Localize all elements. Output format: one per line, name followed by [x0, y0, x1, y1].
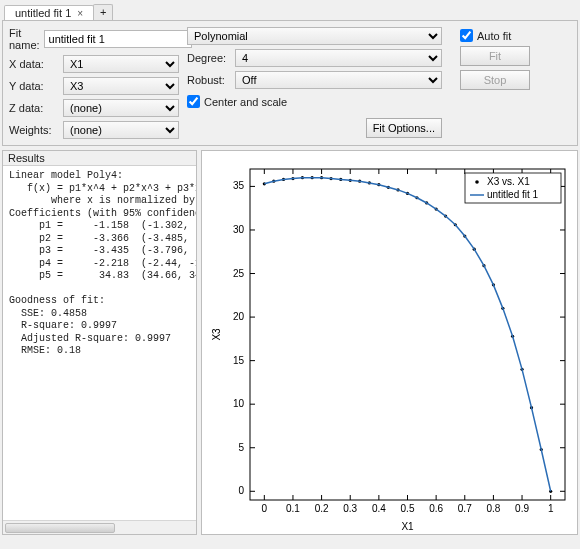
- chart-svg: 00.10.20.30.40.50.60.70.80.9105101520253…: [202, 151, 577, 536]
- center-scale-checkbox[interactable]: [187, 95, 200, 108]
- svg-text:1: 1: [548, 503, 554, 514]
- svg-text:5: 5: [238, 442, 244, 453]
- tab-label: untitled fit 1: [15, 7, 71, 19]
- chart-panel: 00.10.20.30.40.50.60.70.80.9105101520253…: [201, 150, 578, 535]
- weights-select[interactable]: (none): [63, 121, 179, 139]
- svg-text:X3 vs. X1: X3 vs. X1: [487, 176, 530, 187]
- robust-label: Robust:: [187, 74, 231, 86]
- results-panel: Results Linear model Poly4: f(x) = p1*x^…: [2, 150, 197, 535]
- auto-fit-checkbox[interactable]: [460, 29, 473, 42]
- stop-button[interactable]: Stop: [460, 70, 530, 90]
- ydata-select[interactable]: X3: [63, 77, 179, 95]
- svg-text:0: 0: [262, 503, 268, 514]
- center-scale-label: Center and scale: [204, 96, 287, 108]
- svg-text:0.1: 0.1: [286, 503, 300, 514]
- svg-text:X1: X1: [401, 521, 414, 532]
- svg-text:X3: X3: [211, 328, 222, 341]
- ydata-label: Y data:: [9, 80, 59, 92]
- fit-name-label: Fit name:: [9, 27, 40, 51]
- robust-select[interactable]: Off: [235, 71, 442, 89]
- scrollbar-thumb[interactable]: [5, 523, 115, 533]
- svg-point-92: [475, 180, 479, 184]
- close-icon[interactable]: ×: [77, 8, 83, 19]
- results-text: Linear model Poly4: f(x) = p1*x^4 + p2*x…: [3, 166, 196, 520]
- xdata-select[interactable]: X1: [63, 55, 179, 73]
- svg-text:35: 35: [233, 180, 245, 191]
- tab-untitled-fit-1[interactable]: untitled fit 1 ×: [4, 5, 94, 20]
- svg-text:untitled fit 1: untitled fit 1: [487, 189, 539, 200]
- weights-label: Weights:: [9, 124, 59, 136]
- fit-options-button[interactable]: Fit Options...: [366, 118, 442, 138]
- auto-fit-label: Auto fit: [477, 30, 511, 42]
- svg-text:0.7: 0.7: [458, 503, 472, 514]
- svg-text:0.9: 0.9: [515, 503, 529, 514]
- svg-text:0.2: 0.2: [315, 503, 329, 514]
- svg-text:20: 20: [233, 311, 245, 322]
- degree-label: Degree:: [187, 52, 231, 64]
- config-panel: Fit name: X data: X1 Y data: X3 Z data: …: [2, 20, 578, 146]
- degree-select[interactable]: 4: [235, 49, 442, 67]
- results-header: Results: [3, 151, 196, 166]
- svg-rect-0: [250, 169, 565, 500]
- svg-text:30: 30: [233, 224, 245, 235]
- fit-button[interactable]: Fit: [460, 46, 530, 66]
- zdata-label: Z data:: [9, 102, 59, 114]
- svg-text:0.5: 0.5: [401, 503, 415, 514]
- svg-text:0: 0: [238, 485, 244, 496]
- svg-text:0.8: 0.8: [486, 503, 500, 514]
- svg-text:25: 25: [233, 268, 245, 279]
- xdata-label: X data:: [9, 58, 59, 70]
- svg-text:10: 10: [233, 398, 245, 409]
- svg-text:0.4: 0.4: [372, 503, 386, 514]
- zdata-select[interactable]: (none): [63, 99, 179, 117]
- fit-name-input[interactable]: [44, 30, 192, 48]
- results-scrollbar[interactable]: [3, 520, 196, 534]
- svg-text:15: 15: [233, 355, 245, 366]
- tab-add[interactable]: +: [93, 4, 113, 20]
- method-select[interactable]: Polynomial: [187, 27, 442, 45]
- svg-text:0.3: 0.3: [343, 503, 357, 514]
- svg-text:0.6: 0.6: [429, 503, 443, 514]
